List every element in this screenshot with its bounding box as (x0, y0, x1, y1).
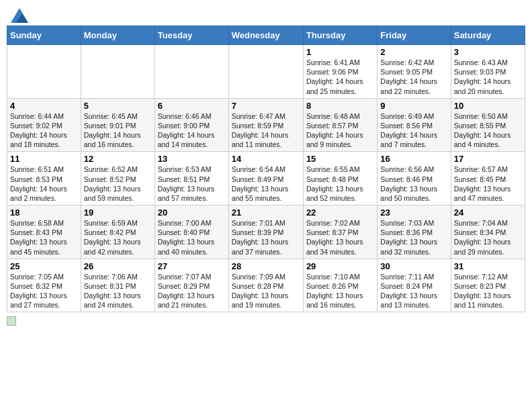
calendar-week-3: 11Sunrise: 6:51 AM Sunset: 8:53 PM Dayli… (7, 152, 525, 205)
logo (9, 7, 28, 20)
day-number: 12 (84, 154, 152, 164)
day-info: Sunrise: 6:56 AM Sunset: 8:46 PM Dayligh… (380, 165, 447, 203)
daylight-legend-box (7, 316, 16, 326)
day-number: 23 (380, 208, 447, 218)
day-info: Sunrise: 6:47 AM Sunset: 8:59 PM Dayligh… (232, 111, 300, 150)
calendar-cell: 3Sunrise: 6:43 AM Sunset: 9:03 PM Daylig… (451, 45, 525, 99)
day-info: Sunrise: 6:49 AM Sunset: 8:56 PM Dayligh… (380, 111, 447, 150)
calendar-header-friday: Friday (378, 26, 451, 45)
calendar-cell (7, 45, 81, 99)
calendar-cell: 14Sunrise: 6:54 AM Sunset: 8:49 PM Dayli… (228, 152, 303, 205)
calendar-cell: 23Sunrise: 7:03 AM Sunset: 8:36 PM Dayli… (378, 205, 451, 259)
calendar-cell: 7Sunrise: 6:47 AM Sunset: 8:59 PM Daylig… (228, 98, 303, 152)
calendar-header-thursday: Thursday (303, 26, 377, 45)
day-number: 22 (306, 208, 374, 218)
calendar-cell: 5Sunrise: 6:45 AM Sunset: 9:01 PM Daylig… (81, 98, 154, 152)
day-number: 10 (454, 101, 522, 111)
day-info: Sunrise: 6:52 AM Sunset: 8:52 PM Dayligh… (84, 165, 152, 203)
calendar-cell: 19Sunrise: 6:59 AM Sunset: 8:42 PM Dayli… (81, 205, 154, 259)
calendar-cell: 21Sunrise: 7:01 AM Sunset: 8:39 PM Dayli… (228, 205, 303, 259)
day-info: Sunrise: 7:12 AM Sunset: 8:23 PM Dayligh… (454, 272, 522, 310)
calendar-cell (81, 45, 154, 99)
day-info: Sunrise: 6:53 AM Sunset: 8:51 PM Dayligh… (158, 165, 226, 203)
calendar-cell: 9Sunrise: 6:49 AM Sunset: 8:56 PM Daylig… (378, 98, 451, 152)
day-info: Sunrise: 6:46 AM Sunset: 9:00 PM Dayligh… (158, 111, 226, 150)
calendar-header-wednesday: Wednesday (228, 26, 303, 45)
calendar-header-saturday: Saturday (451, 26, 525, 45)
calendar-cell: 10Sunrise: 6:50 AM Sunset: 8:55 PM Dayli… (451, 98, 525, 152)
calendar-week-1: 1Sunrise: 6:41 AM Sunset: 9:06 PM Daylig… (7, 45, 525, 99)
calendar-cell: 18Sunrise: 6:58 AM Sunset: 8:43 PM Dayli… (7, 205, 81, 259)
day-info: Sunrise: 7:06 AM Sunset: 8:31 PM Dayligh… (84, 272, 152, 310)
day-number: 21 (232, 208, 300, 218)
day-info: Sunrise: 6:48 AM Sunset: 8:57 PM Dayligh… (306, 111, 374, 150)
day-number: 2 (380, 47, 447, 57)
day-number: 17 (454, 154, 522, 164)
calendar-cell: 24Sunrise: 7:04 AM Sunset: 8:34 PM Dayli… (451, 205, 525, 259)
calendar-cell: 31Sunrise: 7:12 AM Sunset: 8:23 PM Dayli… (451, 259, 525, 312)
calendar-header-sunday: Sunday (7, 26, 81, 45)
day-number: 7 (232, 101, 300, 111)
day-info: Sunrise: 7:11 AM Sunset: 8:24 PM Dayligh… (380, 272, 447, 310)
calendar-cell: 12Sunrise: 6:52 AM Sunset: 8:52 PM Dayli… (81, 152, 154, 205)
day-info: Sunrise: 6:41 AM Sunset: 9:06 PM Dayligh… (306, 58, 374, 96)
day-info: Sunrise: 7:10 AM Sunset: 8:26 PM Dayligh… (306, 272, 374, 310)
day-number: 16 (380, 154, 447, 164)
day-number: 20 (158, 208, 226, 218)
day-number: 1 (306, 47, 374, 57)
day-number: 9 (380, 101, 447, 111)
day-number: 8 (306, 101, 374, 111)
day-info: Sunrise: 7:02 AM Sunset: 8:37 PM Dayligh… (306, 218, 374, 257)
calendar-cell: 27Sunrise: 7:07 AM Sunset: 8:29 PM Dayli… (154, 259, 228, 312)
calendar-cell: 1Sunrise: 6:41 AM Sunset: 9:06 PM Daylig… (303, 45, 377, 99)
day-number: 11 (10, 154, 78, 164)
day-info: Sunrise: 6:55 AM Sunset: 8:48 PM Dayligh… (306, 165, 374, 203)
calendar-cell: 30Sunrise: 7:11 AM Sunset: 8:24 PM Dayli… (378, 259, 451, 312)
day-info: Sunrise: 6:43 AM Sunset: 9:03 PM Dayligh… (454, 58, 522, 96)
day-number: 30 (380, 261, 447, 271)
calendar-header-monday: Monday (81, 26, 154, 45)
day-number: 14 (232, 154, 300, 164)
day-number: 5 (84, 101, 152, 111)
day-info: Sunrise: 6:58 AM Sunset: 8:43 PM Dayligh… (10, 218, 78, 257)
calendar-week-5: 25Sunrise: 7:05 AM Sunset: 8:32 PM Dayli… (7, 259, 525, 312)
day-number: 15 (306, 154, 374, 164)
day-number: 29 (306, 261, 374, 271)
calendar-cell: 20Sunrise: 7:00 AM Sunset: 8:40 PM Dayli… (154, 205, 228, 259)
day-info: Sunrise: 7:07 AM Sunset: 8:29 PM Dayligh… (158, 272, 226, 310)
calendar-cell: 29Sunrise: 7:10 AM Sunset: 8:26 PM Dayli… (303, 259, 377, 312)
calendar-cell (154, 45, 228, 99)
day-number: 6 (158, 101, 226, 111)
calendar-table: SundayMondayTuesdayWednesdayThursdayFrid… (7, 26, 525, 312)
calendar-cell: 2Sunrise: 6:42 AM Sunset: 9:05 PM Daylig… (378, 45, 451, 99)
day-info: Sunrise: 7:09 AM Sunset: 8:28 PM Dayligh… (232, 272, 300, 310)
calendar-cell: 26Sunrise: 7:06 AM Sunset: 8:31 PM Dayli… (81, 259, 154, 312)
day-info: Sunrise: 7:04 AM Sunset: 8:34 PM Dayligh… (454, 218, 522, 257)
calendar-cell: 28Sunrise: 7:09 AM Sunset: 8:28 PM Dayli… (228, 259, 303, 312)
day-number: 31 (454, 261, 522, 271)
calendar-cell: 22Sunrise: 7:02 AM Sunset: 8:37 PM Dayli… (303, 205, 377, 259)
calendar-cell: 4Sunrise: 6:44 AM Sunset: 9:02 PM Daylig… (7, 98, 81, 152)
calendar-cell: 16Sunrise: 6:56 AM Sunset: 8:46 PM Dayli… (378, 152, 451, 205)
day-number: 28 (232, 261, 300, 271)
day-info: Sunrise: 7:05 AM Sunset: 8:32 PM Dayligh… (10, 272, 78, 310)
day-number: 25 (10, 261, 78, 271)
day-info: Sunrise: 6:50 AM Sunset: 8:55 PM Dayligh… (454, 111, 522, 150)
day-info: Sunrise: 7:01 AM Sunset: 8:39 PM Dayligh… (232, 218, 300, 257)
calendar-week-2: 4Sunrise: 6:44 AM Sunset: 9:02 PM Daylig… (7, 98, 525, 152)
calendar-cell: 13Sunrise: 6:53 AM Sunset: 8:51 PM Dayli… (154, 152, 228, 205)
day-number: 26 (84, 261, 152, 271)
day-info: Sunrise: 6:42 AM Sunset: 9:05 PM Dayligh… (380, 58, 447, 96)
day-number: 13 (158, 154, 226, 164)
day-number: 19 (84, 208, 152, 218)
day-info: Sunrise: 6:51 AM Sunset: 8:53 PM Dayligh… (10, 165, 78, 203)
calendar-week-4: 18Sunrise: 6:58 AM Sunset: 8:43 PM Dayli… (7, 205, 525, 259)
logo-icon (11, 8, 28, 23)
day-number: 27 (158, 261, 226, 271)
day-number: 3 (454, 47, 522, 57)
day-info: Sunrise: 6:54 AM Sunset: 8:49 PM Dayligh… (232, 165, 300, 203)
page-header (7, 7, 525, 20)
day-info: Sunrise: 6:59 AM Sunset: 8:42 PM Dayligh… (84, 218, 152, 257)
day-number: 24 (454, 208, 522, 218)
day-info: Sunrise: 6:45 AM Sunset: 9:01 PM Dayligh… (84, 111, 152, 150)
